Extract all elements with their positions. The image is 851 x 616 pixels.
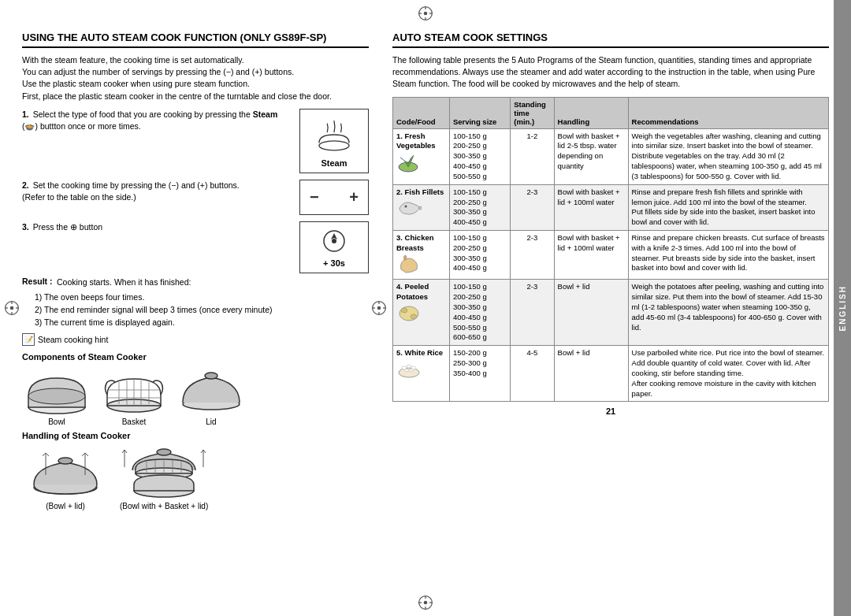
steam-button-box: Steam (299, 109, 369, 173)
size-3: 100-150 g200-250 g300-350 g400-450 g (449, 230, 510, 279)
plus-minus-box: − + (299, 180, 369, 215)
handling-4: Bowl + lid (554, 280, 628, 346)
result-item-3: 3) The current time is displayed again. (35, 317, 369, 329)
rec-4: Weigh the potatoes after peeling, washin… (628, 280, 828, 346)
food-3: 3. Chicken Breasts (393, 230, 450, 279)
fish-icon (396, 198, 422, 218)
table-row: 2. Fish Fillets 100-150 g200-250 g300-35… (393, 184, 829, 230)
lid-label: Lid (206, 417, 216, 426)
svg-point-23 (377, 306, 380, 309)
right-section-title: AUTO STEAM COOK SETTINGS (392, 32, 829, 48)
right-column: AUTO STEAM COOK SETTINGS The following t… (385, 28, 829, 607)
components-row: Bowl (22, 366, 369, 426)
col-size: Serving size (449, 97, 510, 128)
svg-point-56 (407, 365, 411, 368)
standing-2: 2-3 (511, 184, 554, 230)
svg-point-53 (411, 314, 417, 319)
svg-point-5 (424, 12, 426, 14)
basket-image (99, 366, 169, 415)
handling-1: Bowl with basket + lid 2-5 tbsp. water d… (554, 128, 628, 184)
left-column: USING THE AUTO STEAM COOK FUNCTION (ONLY… (22, 28, 385, 607)
mid-compass-icon (370, 299, 388, 317)
auto-steam-table: Code/Food Serving size Standing time (mi… (392, 97, 829, 403)
step-1-number: 1. (22, 109, 29, 119)
handling-5: Bowl + lid (554, 346, 628, 402)
bowl-image (22, 366, 91, 415)
food-4: 4. Peeled Potatoes (393, 280, 450, 346)
svg-point-54 (399, 368, 419, 377)
handling-bowl-basket-lid-label: (Bowl with + Basket + lid) (120, 502, 208, 510)
standing-5: 4-5 (511, 346, 554, 402)
svg-point-59 (410, 369, 414, 372)
plus-symbol: + (349, 188, 359, 206)
svg-point-38 (205, 373, 217, 379)
col-standing: Standing time (min.) (511, 97, 554, 128)
step-1-text: 1. Select the type of food that you are … (22, 109, 292, 132)
steam-label: Steam (321, 158, 347, 168)
potato-icon (396, 302, 422, 323)
result-label: Result : (22, 276, 57, 288)
english-sidebar: ENGLISH (834, 0, 851, 616)
step-3-number: 3. (22, 222, 29, 232)
col-code: Code/Food (393, 97, 450, 128)
rec-5: Use parboiled white rice. Put rice into … (628, 346, 828, 402)
col-handling: Handling (554, 97, 628, 128)
step-3: 3. Press the ⊕ button + 30s (22, 221, 369, 273)
minus-symbol: − (310, 188, 319, 206)
size-5: 150-200 g250-300 g350-400 g (449, 346, 510, 402)
left-compass-icon (3, 299, 20, 317)
result-items: 1) The oven beeps four times. 2) The end… (35, 291, 369, 328)
english-label: ENGLISH (838, 285, 847, 331)
steam-icon (314, 114, 355, 155)
handling-bowl-lid-label: (Bowl + lid) (46, 502, 85, 510)
plus-minus-row: − + (303, 185, 365, 210)
start-label: + 30s (323, 258, 345, 268)
step-3-left: 3. Press the ⊕ button (22, 221, 287, 233)
handling-title: Handling of Steam Cooker (22, 431, 369, 440)
handling-3: Bowl with basket + lid + 100ml water (554, 230, 628, 279)
start-button-box: + 30s (299, 221, 369, 273)
bottom-compass-icon (417, 594, 434, 611)
svg-point-50 (405, 205, 407, 207)
result-item-1: 1) The oven beeps four times. (35, 291, 369, 304)
rec-2: Rinse and prepare fresh fish fillets and… (628, 184, 828, 230)
table-row: 5. White Rice 150-200 g250-300 g350-400 … (393, 346, 829, 402)
svg-point-40 (58, 458, 72, 464)
start-icon (320, 227, 348, 255)
step-2-number: 2. (22, 180, 29, 190)
page-container: USING THE AUTO STEAM COOK FUNCTION (ONLY… (0, 0, 851, 616)
handling-bowl-lid-image (22, 445, 109, 500)
hint-row: 📝 Steam cooking hint (22, 333, 369, 346)
rec-1: Weigh the vegetables after washing, clea… (628, 128, 828, 184)
svg-point-17 (10, 306, 13, 309)
svg-point-52 (401, 308, 407, 313)
standing-1: 1-2 (511, 128, 554, 184)
result-row: Result : Cooking starts. When it has fin… (22, 276, 369, 288)
col-rec: Recommendations (628, 97, 828, 128)
components-title: Components of Steam Cooker (22, 352, 369, 362)
component-lid: Lid (177, 366, 246, 426)
right-intro: The following table presents the 5 Auto … (392, 54, 829, 91)
handling-bowl-basket-lid-image (121, 445, 207, 500)
top-compass-icon (417, 5, 434, 22)
basket-label: Basket (122, 417, 147, 426)
food-5: 5. White Rice (393, 346, 450, 402)
svg-point-11 (424, 601, 426, 603)
section-intro: With the steam feature, the cooking time… (22, 54, 369, 102)
table-row: 1. Fresh Vegetables 100-150 g200-250 g30… (393, 128, 829, 184)
standing-3: 2-3 (511, 230, 554, 279)
handling-bowl-lid: (Bowl + lid) (22, 445, 109, 510)
left-section-title: USING THE AUTO STEAM COOK FUNCTION (ONLY… (22, 32, 369, 48)
result-text: Cooking starts. When it has finished: (57, 276, 191, 288)
size-2: 100-150 g200-250 g300-350 g400-450 g (449, 184, 510, 230)
veg-icon (396, 151, 420, 173)
handling-bowl-basket-lid: (Bowl with + Basket + lid) (120, 445, 208, 510)
page-number: 21 (392, 406, 829, 416)
hint-text: Steam cooking hint (38, 335, 108, 344)
svg-point-41 (157, 449, 171, 455)
component-basket: Basket (99, 366, 169, 426)
handling-row: (Bowl + lid) (22, 445, 369, 510)
food-1: 1. Fresh Vegetables (393, 128, 450, 184)
rice-icon (396, 358, 422, 379)
result-section: Result : Cooking starts. When it has fin… (22, 276, 369, 328)
